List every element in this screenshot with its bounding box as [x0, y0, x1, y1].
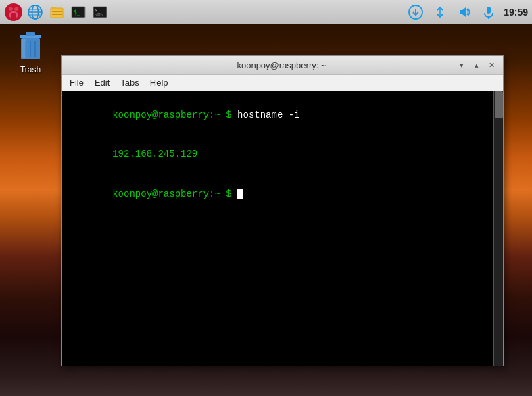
- terminal-body[interactable]: koonpoy@raspberry:~ $ hostname -i 192.16…: [62, 91, 503, 366]
- microphone-button[interactable]: [479, 3, 498, 22]
- desktop-icons-area: Trash: [7, 30, 54, 74]
- menu-tabs[interactable]: Tabs: [115, 76, 144, 89]
- terminal-line-2: 192.168.245.129: [67, 135, 498, 175]
- svg-marker-23: [460, 7, 466, 17]
- raspberry-pi-button[interactable]: [4, 3, 23, 22]
- menu-edit[interactable]: Edit: [89, 76, 115, 89]
- maximize-button[interactable]: ▴: [470, 59, 483, 72]
- svg-rect-24: [487, 7, 491, 14]
- minimize-button[interactable]: ▾: [456, 59, 468, 72]
- menu-bar: File Edit Tabs Help: [62, 75, 503, 91]
- output-1: 192.168.245.129: [112, 149, 197, 159]
- svg-rect-5: [11, 13, 16, 18]
- menu-help[interactable]: Help: [145, 76, 174, 89]
- svg-rect-13: [52, 11, 62, 12]
- cursor-area: [232, 189, 243, 199]
- prompt-2: koonpoy@raspberry:~: [112, 189, 220, 199]
- terminal-line-1: koonpoy@raspberry:~ $ hostname -i: [67, 95, 498, 135]
- svg-text:$_: $_: [74, 9, 80, 16]
- svg-point-3: [12, 5, 16, 8]
- network-button[interactable]: [431, 3, 450, 22]
- scrollbar-thumb[interactable]: [495, 91, 503, 118]
- dollar-2: $: [220, 189, 232, 199]
- menu-file[interactable]: File: [64, 76, 89, 89]
- svg-text:bash: bash: [95, 13, 103, 17]
- prompt-1: koonpoy@raspberry:~: [112, 109, 220, 120]
- title-bar: koonpoy@raspberry: ~ ▾ ▴ ✕: [62, 56, 503, 75]
- terminal1-button[interactable]: $_: [69, 3, 88, 22]
- browser-button[interactable]: [26, 3, 45, 22]
- svg-rect-32: [22, 39, 26, 58]
- download-button[interactable]: [406, 3, 425, 22]
- taskbar: $_ >_ bash: [0, 0, 532, 24]
- command-1: hostname -i: [232, 109, 300, 120]
- desktop: $_ >_ bash: [0, 0, 532, 396]
- trash-icon[interactable]: Trash: [7, 30, 54, 74]
- volume-button[interactable]: [455, 3, 474, 22]
- window-title: koonpoy@raspberry: ~: [107, 60, 456, 70]
- terminal2-button[interactable]: >_ bash: [91, 3, 110, 22]
- svg-rect-11: [51, 8, 63, 18]
- terminal-cursor: [237, 189, 243, 199]
- close-button[interactable]: ✕: [485, 59, 498, 72]
- dollar-1: $: [220, 109, 232, 120]
- clock-display: 19:59: [504, 7, 528, 18]
- files-button[interactable]: [47, 3, 66, 22]
- svg-rect-14: [52, 14, 62, 15]
- window-controls: ▾ ▴ ✕: [456, 59, 498, 72]
- svg-rect-12: [51, 7, 56, 9]
- terminal-line-3: koonpoy@raspberry:~ $: [67, 175, 498, 215]
- trash-label: Trash: [20, 65, 41, 74]
- terminal-window: koonpoy@raspberry: ~ ▾ ▴ ✕ File Edit Tab…: [61, 55, 504, 366]
- svg-rect-27: [26, 32, 35, 36]
- terminal-scrollbar[interactable]: [493, 91, 503, 366]
- taskbar-right: 19:59: [406, 3, 528, 22]
